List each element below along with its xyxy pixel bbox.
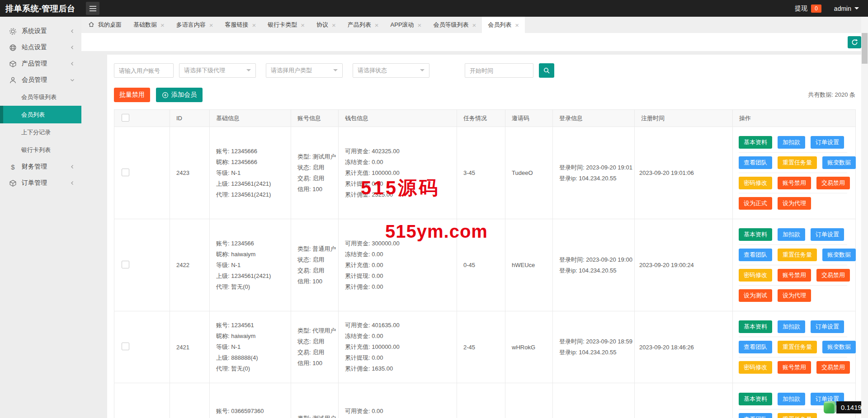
action-button[interactable]: 重置任务量 (778, 156, 817, 169)
tab-multilanguage-content[interactable]: 多语言内容× (170, 17, 219, 33)
tab-agreement[interactable]: 协议× (311, 17, 342, 33)
tab-bankcard-type[interactable]: 银行卡类型× (262, 17, 311, 33)
action-button[interactable]: 基本资料 (739, 136, 772, 149)
action-button[interactable]: 密码修改 (739, 361, 772, 374)
user-type-select[interactable]: 请选择用户类型 (266, 63, 343, 78)
row-checkbox[interactable] (122, 261, 129, 268)
table-header: 邀请码 (505, 110, 553, 127)
action-button[interactable]: 基本资料 (739, 320, 772, 333)
table-header-checkbox (114, 110, 170, 127)
add-member-button[interactable]: 添加会员 (156, 88, 203, 102)
action-button[interactable]: 加扣款 (778, 136, 805, 149)
cell-tasks (457, 383, 505, 418)
cell-invite-code: hWEUce (505, 219, 553, 311)
page-content: 请选择下级代理 请选择用户类型 请选择状态 (81, 51, 868, 418)
action-button[interactable]: 账号禁用 (778, 361, 811, 374)
member-table: ID基础信息账号信息钱包信息任务情况邀请码登录信息注册时间操作 2423账号: … (114, 109, 856, 418)
tab-product-list[interactable]: 产品列表× (342, 17, 385, 33)
cell-checkbox (114, 311, 170, 383)
row-checkbox[interactable] (122, 169, 129, 176)
action-button[interactable]: 账变数据 (822, 156, 856, 169)
action-button[interactable]: 查看团队 (739, 341, 772, 353)
action-button[interactable]: 加扣款 (778, 320, 805, 333)
action-button[interactable]: 基本资料 (739, 228, 772, 241)
tab-close-icon[interactable]: × (332, 22, 336, 28)
action-button[interactable]: 加扣款 (778, 393, 805, 405)
action-button[interactable]: 查看团队 (739, 413, 772, 418)
filter-bar: 请选择下级代理 请选择用户类型 请选择状态 (114, 63, 855, 78)
action-button[interactable]: 交易禁用 (816, 177, 850, 189)
agent-select[interactable]: 请选择下级代理 (179, 63, 256, 78)
action-button[interactable]: 订单设置 (811, 136, 844, 149)
action-button[interactable]: 账变数据 (822, 341, 856, 353)
action-button[interactable]: 重置任务量 (778, 341, 817, 353)
tab-close-icon[interactable]: × (375, 22, 379, 28)
action-button[interactable]: 订单设置 (811, 228, 844, 241)
select-all-checkbox[interactable] (122, 114, 129, 122)
tab-member-list[interactable]: 会员列表× (482, 17, 525, 33)
sidebar-item-system-settings[interactable]: 系统设置 (0, 23, 81, 39)
tab-close-icon[interactable]: × (252, 22, 256, 28)
tab-close-icon[interactable]: × (160, 22, 165, 28)
refresh-button[interactable] (848, 36, 861, 48)
tab-service-link[interactable]: 客服链接× (219, 17, 262, 33)
action-button[interactable]: 订单设置 (811, 320, 844, 333)
tab-member-level-list[interactable]: 会员等级列表× (427, 17, 482, 33)
tab-my-desktop[interactable]: 我的桌面 (82, 17, 127, 33)
sidebar-subitem-member-list[interactable]: 会员列表 (0, 106, 81, 123)
scrollbar-thumb[interactable] (862, 33, 868, 64)
action-button[interactable]: 基本资料 (739, 393, 772, 405)
withdraw-link[interactable]: 提现 0 (795, 5, 821, 13)
account-search-input[interactable] (114, 63, 174, 78)
action-button[interactable]: 交易禁用 (816, 269, 850, 282)
sidebar-subitem-bankcard-list[interactable]: 银行卡列表 (0, 141, 81, 159)
batch-disable-button[interactable]: 批量禁用 (114, 88, 150, 102)
order-icon (9, 179, 17, 187)
action-button[interactable]: 查看团队 (739, 249, 772, 261)
row-checkbox[interactable] (122, 343, 129, 350)
action-button[interactable]: 交易禁用 (816, 361, 850, 374)
action-button[interactable]: 设为正式 (739, 197, 772, 210)
sidebar-item-finance-management[interactable]: $财务管理 (0, 159, 81, 175)
tab-close-icon[interactable]: × (418, 22, 422, 28)
action-button[interactable]: 重置任务量 (778, 249, 817, 261)
search-button[interactable] (539, 63, 554, 78)
cell-base-info: 账号: 12345666昵称: 12345666等级: N-1上级: 12345… (210, 127, 291, 219)
action-button[interactable]: 加扣款 (778, 228, 805, 241)
action-button[interactable]: 设为测试 (739, 289, 772, 302)
page-scrollbar[interactable] (861, 17, 868, 418)
tab-close-icon[interactable]: × (209, 22, 213, 28)
sidebar-subitem-updown-records[interactable]: 上下分记录 (0, 123, 81, 141)
status-select[interactable]: 请选择状态 (353, 63, 429, 78)
tab-close-icon[interactable]: × (515, 22, 519, 28)
username: admin (834, 5, 851, 12)
action-button[interactable]: 密码修改 (739, 269, 772, 282)
table-header: 操作 (733, 110, 856, 127)
action-divider (739, 244, 847, 245)
action-button[interactable]: 账号禁用 (778, 177, 811, 189)
action-button[interactable]: 账变数据 (822, 249, 856, 261)
tab-label: 产品列表 (348, 21, 371, 29)
cell-wallet-info: 可用资金: 0.00冻结资金: 0.00 (339, 383, 457, 418)
sidebar-item-member-management[interactable]: 会员管理 (0, 72, 81, 88)
tab-close-icon[interactable]: × (472, 22, 476, 28)
table-row: 2422账号: 1234566昵称: haiwaiym等级: N-1上级: 12… (114, 219, 856, 311)
action-button[interactable]: 设为代理 (778, 197, 811, 210)
action-button[interactable]: 设为代理 (778, 289, 811, 302)
action-button[interactable]: 重置任务量 (778, 413, 817, 418)
action-button[interactable]: 账号禁用 (778, 269, 811, 282)
menu-toggle-button[interactable] (86, 2, 99, 15)
sidebar-subitem-member-level-list[interactable]: 会员等级列表 (0, 88, 81, 106)
cell-checkbox (114, 127, 170, 219)
sidebar-item-product-management[interactable]: 产品管理 (0, 56, 81, 72)
sidebar-item-order-management[interactable]: 订单管理 (0, 175, 81, 191)
tab-app-scroll[interactable]: APP滚动× (385, 17, 428, 33)
action-button[interactable]: 密码修改 (739, 177, 772, 189)
action-button[interactable]: 查看团队 (739, 156, 772, 169)
tab-close-icon[interactable]: × (301, 22, 305, 28)
home-icon (88, 21, 94, 29)
user-menu[interactable]: admin (834, 5, 859, 12)
sidebar-item-site-settings[interactable]: 站点设置 (0, 39, 81, 56)
start-date-input[interactable] (465, 63, 533, 78)
tab-basic-data[interactable]: 基础数据× (127, 17, 170, 33)
